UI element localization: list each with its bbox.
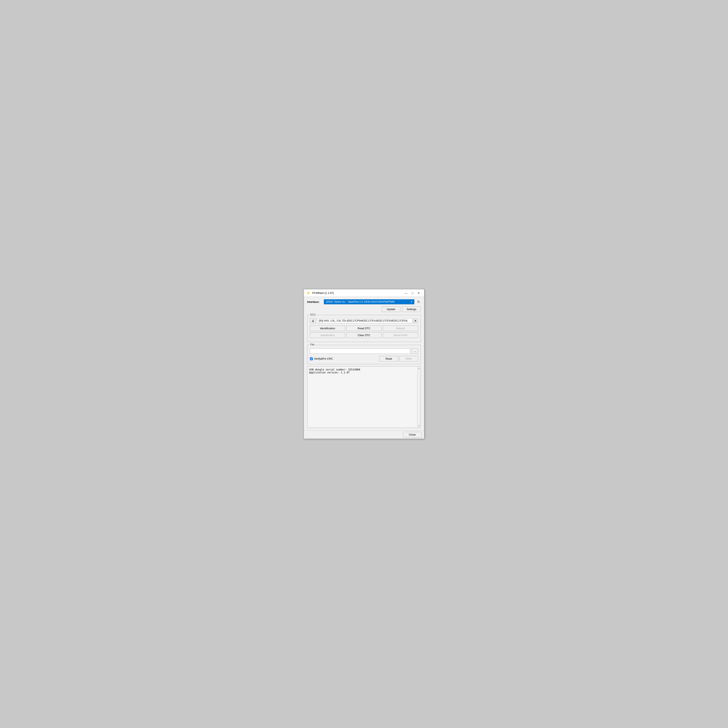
initialization-button[interactable]: Initialization [310,332,345,338]
interface-selected-value: J2534: Tactrix Inc. - OpenPort 2.0 J2534… [326,300,395,303]
ecu-buttons-row-2: Initialization Clear DTC Reset KAM [310,332,418,338]
ecu-group: ECU 🖨 [50] VAG: 2.0L, 3.0L TDI (EDC17CP0… [307,315,421,342]
interface-row: Interface: J2534: Tactrix Inc. - OpenPor… [307,299,421,304]
read-dtc-button[interactable]: Read DTC [346,326,381,331]
bottom-bar: Close [304,430,424,439]
main-content: Interface: J2534: Tactrix Inc. - OpenPor… [304,297,424,430]
file-path-input[interactable] [310,349,410,354]
window-title: PCMflash [1.1.97] [312,291,333,295]
log-line: Application version: 1.1.97 [309,371,415,374]
ecu-chevron-down-icon: ▼ [414,320,416,322]
file-action-buttons: Read Write [379,356,418,361]
browse-button[interactable]: ... [411,349,418,354]
log-line: USB dongle serial number: 325149DA [309,368,415,371]
ecu-buttons-row-1: Identification Read DTC Reboot [310,326,418,331]
close-button[interactable]: Close [403,432,422,437]
ecu-select-wrapper: [50] VAG: 2.0L, 3.0L TDI (EDC17CP04/EDC1… [317,318,418,323]
main-window: ⚡ PCMflash [1.1.97] — □ ✕ Interface: J25… [304,289,424,439]
log-scrollbar[interactable]: ▲ ▼ [417,367,421,428]
ecu-selection-row: 🖨 [50] VAG: 2.0L, 3.0L TDI (EDC17CP04/ED… [310,318,418,323]
top-buttons-row: Update Settings [307,306,421,312]
interface-dropdown-arrow-icon: ▼ [411,301,413,303]
verify-fix-crc-checkbox[interactable] [310,357,313,360]
write-button[interactable]: Write [399,356,418,361]
reboot-button[interactable]: Reboot [383,326,418,331]
verify-fix-crc-text: Verify&Fix CRC [314,357,333,360]
scroll-down-arrow-icon[interactable]: ▼ [418,425,420,427]
maximize-button[interactable]: □ [410,291,415,295]
ecu-select[interactable]: [50] VAG: 2.0L, 3.0L TDI (EDC17CP04/EDC1… [317,318,418,323]
title-bar-left: ⚡ PCMflash [1.1.97] [306,291,333,295]
identification-button[interactable]: Identification [310,326,345,331]
file-group: File ... Verify&Fix CRC Read Write [307,345,421,364]
ecu-printer-button[interactable]: 🖨 [310,318,316,323]
app-icon: ⚡ [306,291,310,295]
ecu-dropdown-arrow[interactable]: ▼ [413,318,418,323]
minimize-button[interactable]: — [403,291,409,295]
interface-select[interactable]: J2534: Tactrix Inc. - OpenPort 2.0 J2534… [324,299,414,304]
window-close-button[interactable]: ✕ [416,291,422,295]
file-input-row: ... [310,349,418,354]
interface-label: Interface: [307,300,322,303]
log-content: USB dongle serial number: 325149DAApplic… [309,368,419,374]
interface-select-wrapper: J2534: Tactrix Inc. - OpenPort 2.0 J2534… [324,299,414,304]
reset-kam-button[interactable]: Reset KAM [383,332,418,338]
title-bar: ⚡ PCMflash [1.1.97] — □ ✕ [304,289,424,297]
clear-dtc-button[interactable]: Clear DTC [346,332,381,338]
verify-fix-crc-label[interactable]: Verify&Fix CRC [310,357,333,360]
window-controls: — □ ✕ [403,291,422,295]
file-options-row: Verify&Fix CRC Read Write [310,356,418,361]
scroll-up-arrow-icon[interactable]: ▲ [418,367,420,370]
log-area: USB dongle serial number: 325149DAApplic… [307,366,421,428]
update-button[interactable]: Update [382,306,401,312]
refresh-button[interactable]: ↻ [416,300,421,304]
printer-icon: 🖨 [311,319,314,323]
ecu-group-label: ECU [309,313,317,316]
read-button[interactable]: Read [379,356,398,361]
file-group-label: File [309,343,315,346]
settings-button[interactable]: Settings [402,306,421,312]
